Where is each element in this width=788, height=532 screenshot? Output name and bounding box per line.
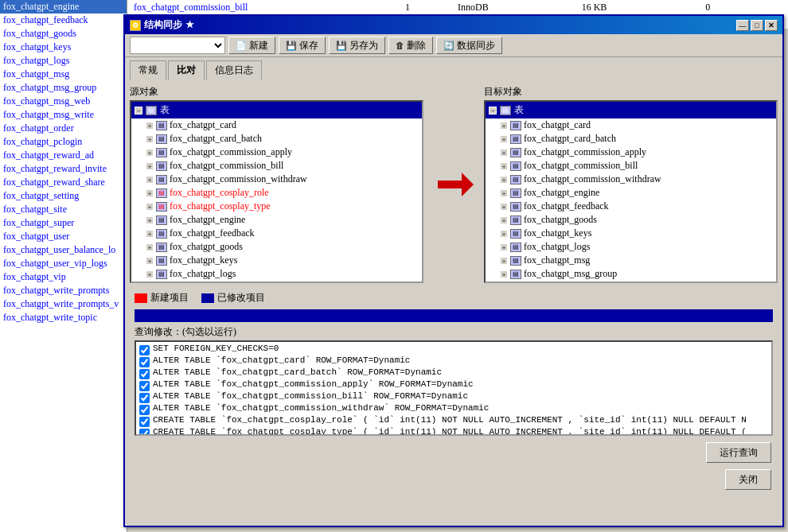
query-checkbox-1[interactable] [139,357,150,367]
sidebar-item-write-topic[interactable]: fox_chatgpt_write_topic [0,311,127,324]
target-item-commission-apply[interactable]: + ▤ fox_chatgpt_commission_apply [486,146,776,159]
close-dialog-button[interactable]: 关闭 [725,469,771,490]
delete-button[interactable]: 🗑 删除 [388,37,433,54]
expand-icon[interactable]: + [500,230,508,238]
sidebar-item-write-prompts-v[interactable]: fox_chatgpt_write_prompts_v [0,297,127,311]
source-item-feedback[interactable]: + ▤ fox_chatgpt_feedback [131,227,422,240]
sidebar-item-reward-ad[interactable]: fox_chatgpt_reward_ad [0,149,127,162]
save-button[interactable]: 💾 保存 [279,37,326,54]
target-item-feedback[interactable]: + ▤ fox_chatgpt_feedback [486,200,776,213]
expand-icon[interactable]: + [500,270,508,278]
tab-general[interactable]: 常规 [130,60,166,80]
query-checkbox-7[interactable] [139,429,150,436]
target-item-commission-bill[interactable]: + ▤ fox_chatgpt_commission_bill [486,159,776,173]
query-box[interactable]: SET FOREIGN_KEY_CHECKS=0 ALTER TABLE `fo… [135,340,773,436]
expand-icon[interactable]: + [500,162,508,170]
tab-compare[interactable]: 比对 [168,60,205,80]
query-checkbox-3[interactable] [139,381,150,391]
source-item-commission-withdraw[interactable]: + ▤ fox_chatgpt_commission_withdraw [131,173,422,186]
sidebar-item-user-balance[interactable]: fox_chatgpt_user_balance_lo [0,243,127,257]
saveas-button[interactable]: 💾 另存为 [329,37,385,54]
minimize-button[interactable]: — [736,20,749,31]
expand-icon[interactable]: + [146,270,154,278]
query-checkbox-2[interactable] [139,369,150,379]
close-button[interactable]: ✕ [765,20,778,31]
expand-icon[interactable]: + [500,176,508,184]
expand-icon[interactable]: + [500,216,508,224]
source-item-commission-bill[interactable]: + ▤ fox_chatgpt_commission_bill [131,159,422,173]
expand-icon[interactable]: + [146,216,154,224]
sidebar-item-msg-group[interactable]: fox_chatgpt_msg_group [0,81,127,95]
expand-icon[interactable]: + [146,243,154,251]
query-checkbox-5[interactable] [139,405,150,415]
target-tree[interactable]: − ▤ 表 + ▤ fox_chatgpt_card + ▤ fox_chatg… [484,100,778,283]
query-checkbox-4[interactable] [139,393,150,403]
query-checkbox-0[interactable] [139,345,150,355]
target-item-card[interactable]: + ▤ fox_chatgpt_card [486,118,776,132]
sidebar-item-pclogin[interactable]: fox_chatgpt_pclogin [0,135,127,149]
target-item-keys[interactable]: + ▤ fox_chatgpt_keys [486,227,776,240]
expand-icon[interactable]: + [146,230,154,238]
sidebar-item-reward-invite[interactable]: fox_chatgpt_reward_invite [0,162,127,176]
source-item-commission-apply[interactable]: + ▤ fox_chatgpt_commission_apply [131,146,422,159]
source-item-msg[interactable]: + ▤ fox_chatgpt_msg [131,281,422,283]
sidebar-item-engine[interactable]: fox_chatgpt_engine [0,0,127,14]
sidebar-item-write-prompts[interactable]: fox_chatgpt_write_prompts [0,284,127,297]
sidebar-item-goods[interactable]: fox_chatgpt_goods [0,27,127,41]
target-item-engine[interactable]: + ▤ fox_chatgpt_engine [486,186,776,200]
expand-icon[interactable]: + [146,162,154,170]
source-item-logs[interactable]: + ▤ fox_chatgpt_logs [131,267,422,281]
expand-icon[interactable]: + [500,122,508,130]
source-item-card[interactable]: + ▤ fox_chatgpt_card [131,118,422,132]
expand-icon[interactable]: + [500,149,508,157]
sidebar-item-msg-write[interactable]: fox_chatgpt_msg_write [0,108,127,122]
source-item-engine[interactable]: + ▤ fox_chatgpt_engine [131,213,422,227]
query-checkbox-6[interactable] [139,417,150,427]
source-item-goods[interactable]: + ▤ fox_chatgpt_goods [131,240,422,254]
source-item-cosplay-type[interactable]: + ▤ fox_chatgpt_cosplay_type [131,200,422,213]
sidebar-item-feedback[interactable]: fox_chatgpt_feedback [0,14,127,27]
sidebar-item-reward-share[interactable]: fox_chatgpt_reward_share [0,176,127,189]
sidebar-item-setting[interactable]: fox_chatgpt_setting [0,189,127,203]
sidebar-item-logs[interactable]: fox_chatgpt_logs [0,54,127,68]
toolbar-dropdown[interactable] [130,37,225,54]
expand-icon[interactable]: + [500,243,508,251]
datasync-button[interactable]: 🔄 数据同步 [436,37,502,54]
target-item-msg[interactable]: + ▤ fox_chatgpt_msg [486,254,776,267]
sidebar-item-user-vip[interactable]: fox_chatgpt_user_vip_logs [0,257,127,270]
source-item-cosplay-role[interactable]: + ▤ fox_chatgpt_cosplay_role [131,186,422,200]
sidebar-item-msg[interactable]: fox_chatgpt_msg [0,68,127,81]
expand-icon[interactable]: + [146,135,154,143]
source-tree[interactable]: − ▤ 表 + ▤ fox_chatgpt_card + ▤ fox_chatg… [130,100,423,283]
tab-log[interactable]: 信息日志 [206,60,262,80]
maximize-button[interactable]: □ [751,20,763,31]
target-item-card-batch[interactable]: + ▤ fox_chatgpt_card_batch [486,132,776,146]
target-item-msg-web[interactable]: + ▤ fox_chatgpt_msg_web [486,281,776,283]
expand-icon[interactable]: + [500,135,508,143]
expand-icon[interactable]: + [500,203,508,211]
sidebar-item-super[interactable]: fox_chatgpt_super [0,216,127,230]
expand-icon[interactable]: + [146,189,154,197]
target-collapse-icon[interactable]: − [489,107,497,115]
sidebar-item-order[interactable]: fox_chatgpt_order [0,122,127,135]
source-collapse-icon[interactable]: − [135,107,142,115]
sidebar-item-msg-web[interactable]: fox_chatgpt_msg_web [0,95,127,108]
expand-icon[interactable]: + [146,257,154,265]
run-query-button[interactable]: 运行查询 [706,442,771,463]
expand-icon[interactable]: + [146,203,154,211]
sidebar-item-site[interactable]: fox_chatgpt_site [0,203,127,216]
source-item-keys[interactable]: + ▤ fox_chatgpt_keys [131,254,422,267]
expand-icon[interactable]: + [500,257,508,265]
expand-icon[interactable]: + [146,149,154,157]
new-button[interactable]: 📄 新建 [228,37,275,54]
expand-icon[interactable]: + [500,189,508,197]
target-item-commission-withdraw[interactable]: + ▤ fox_chatgpt_commission_withdraw [486,173,776,186]
sidebar-item-keys[interactable]: fox_chatgpt_keys [0,41,127,54]
source-item-card-batch[interactable]: + ▤ fox_chatgpt_card_batch [131,132,422,146]
target-item-goods[interactable]: + ▤ fox_chatgpt_goods [486,213,776,227]
target-item-logs[interactable]: + ▤ fox_chatgpt_logs [486,240,776,254]
expand-icon[interactable]: + [146,122,154,130]
target-item-msg-group[interactable]: + ▤ fox_chatgpt_msg_group [486,267,776,281]
sidebar-item-user[interactable]: fox_chatgpt_user [0,230,127,243]
expand-icon[interactable]: + [146,176,154,184]
